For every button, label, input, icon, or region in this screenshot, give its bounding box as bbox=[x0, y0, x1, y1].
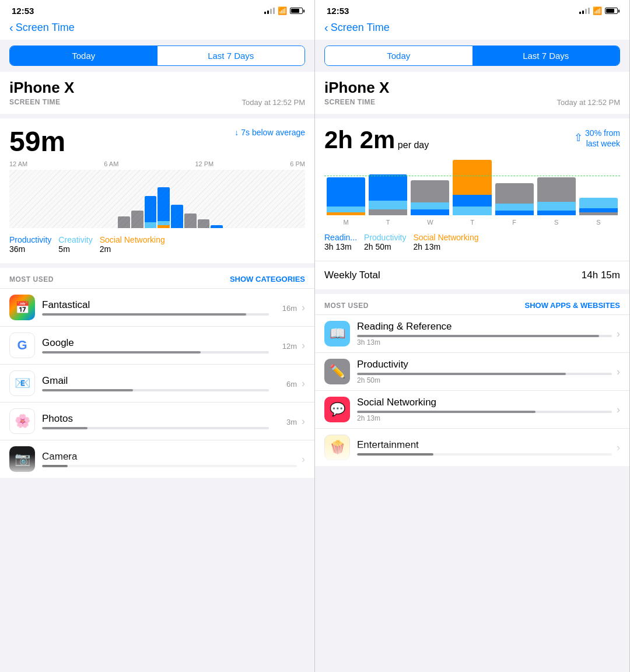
device-section-right: iPhone X SCREEN TIME Today at 12:52 PM bbox=[315, 72, 629, 114]
app-item-gmail[interactable]: 📧 Gmail 6m › bbox=[0, 364, 314, 402]
cat-creativity-left: Creativity 5m bbox=[58, 235, 92, 254]
productivity-icon: ✏️ bbox=[324, 359, 350, 384]
wifi-icon: 📶 bbox=[278, 6, 287, 15]
screen-time-label-left: SCREEN TIME bbox=[9, 98, 61, 107]
back-chevron-icon-right: ‹ bbox=[324, 22, 328, 33]
productivity-bar-container bbox=[357, 373, 612, 375]
nav-bar-left: ‹ Screen Time bbox=[0, 19, 314, 40]
cat-item-productivity[interactable]: ✏️ Productivity 2h 50m › bbox=[315, 352, 629, 390]
app-item-fantastical[interactable]: 📅 Fantastical 16m › bbox=[0, 288, 314, 326]
productivity-chevron-icon: › bbox=[617, 366, 620, 378]
status-time-left: 12:53 bbox=[12, 6, 34, 16]
reading-time: 3h 13m bbox=[357, 338, 612, 346]
weekly-total-value: 14h 15m bbox=[582, 270, 620, 281]
fantastical-name: Fantastical bbox=[42, 299, 269, 311]
most-used-section-right: MOST USED SHOW APPS & WEBSITES 📖 Reading… bbox=[315, 294, 629, 466]
google-info: Google bbox=[42, 337, 269, 354]
photos-bar bbox=[42, 427, 88, 429]
bar-tuesday bbox=[369, 174, 407, 215]
social-chevron-icon: › bbox=[617, 404, 620, 416]
cat-item-reading[interactable]: 📖 Reading & Reference 3h 13m › bbox=[315, 314, 629, 352]
weekly-total-label: Weekly Total bbox=[324, 270, 380, 281]
cat-productivity-left: Productivity 36m bbox=[9, 235, 51, 254]
entertainment-bar bbox=[357, 453, 433, 456]
usage-header-left: 59m ↓ 7s below average bbox=[9, 128, 305, 156]
productivity-bar bbox=[357, 373, 566, 375]
google-time: 12m bbox=[274, 342, 297, 351]
gmail-info: Gmail bbox=[42, 375, 269, 391]
category-legend-left: Productivity 36m Creativity 5m Social Ne… bbox=[9, 235, 305, 254]
screen-time-label-right: SCREEN TIME bbox=[324, 98, 376, 107]
entertainment-info: Entertainment bbox=[357, 439, 612, 456]
camera-icon: 📷 bbox=[9, 446, 35, 472]
entertainment-icon: 🍿 bbox=[324, 435, 350, 460]
bar-thursday bbox=[453, 160, 491, 215]
app-item-google[interactable]: G Google 12m › bbox=[0, 326, 314, 364]
app-item-photos[interactable]: 🌸 Photos 3m › bbox=[0, 402, 314, 440]
gmail-name: Gmail bbox=[42, 375, 269, 387]
show-apps-button[interactable]: SHOW APPS & WEBSITES bbox=[525, 301, 620, 310]
device-name-left: iPhone X bbox=[9, 79, 305, 97]
cat-item-social[interactable]: 💬 Social Networking 2h 13m › bbox=[315, 390, 629, 428]
fantastical-bar bbox=[42, 313, 246, 316]
gmail-icon: 📧 bbox=[9, 370, 35, 396]
back-button-right[interactable]: ‹ Screen Time bbox=[324, 22, 390, 34]
battery-icon bbox=[290, 8, 303, 14]
usage-section-right: 2h 2m per day ⇧ 30% fromlast week bbox=[315, 118, 629, 261]
device-section-left: iPhone X SCREEN TIME Today at 12:52 PM bbox=[0, 72, 314, 114]
reading-icon: 📖 bbox=[324, 321, 350, 346]
tab-today-left[interactable]: Today bbox=[10, 46, 158, 65]
back-button-left[interactable]: ‹ Screen Time bbox=[9, 22, 75, 34]
google-bar bbox=[42, 351, 201, 354]
usage-time-group-right: 2h 2m per day bbox=[324, 128, 429, 152]
signal-icon bbox=[264, 8, 275, 14]
avg-arrow-icon-right: ⇧ bbox=[574, 131, 583, 145]
today-chart-container: 12 AM 6 AM 12 PM 6 PM bbox=[9, 160, 305, 228]
social-icon: 💬 bbox=[324, 397, 350, 422]
google-icon: G bbox=[9, 332, 35, 358]
google-chevron-icon: › bbox=[302, 340, 305, 352]
back-label-right: Screen Time bbox=[331, 22, 390, 34]
usage-time-right: 2h 2m bbox=[324, 126, 395, 153]
fantastical-bar-container bbox=[42, 313, 269, 316]
wifi-icon-right: 📶 bbox=[593, 6, 602, 15]
right-phone-panel: 12:53 📶 ‹ Screen Time Today Last 7 Days … bbox=[315, 0, 630, 672]
cat-item-entertainment[interactable]: 🍿 Entertainment › bbox=[315, 428, 629, 466]
photos-time: 3m bbox=[274, 418, 297, 426]
most-used-title-right: MOST USED bbox=[324, 302, 369, 310]
productivity-time: 2h 50m bbox=[357, 376, 612, 384]
show-categories-button[interactable]: SHOW CATEGORIES bbox=[230, 275, 305, 284]
hatch-pattern bbox=[9, 170, 305, 228]
chart-x-labels-left: 12 AM 6 AM 12 PM 6 PM bbox=[9, 160, 305, 167]
bar-sunday bbox=[579, 198, 618, 215]
bar-saturday bbox=[537, 177, 576, 215]
most-used-section-left: MOST USED SHOW CATEGORIES 📅 Fantastical … bbox=[0, 268, 314, 478]
productivity-info: Productivity 2h 50m bbox=[357, 359, 612, 384]
status-icons-right: 📶 bbox=[579, 6, 618, 15]
device-meta-left: SCREEN TIME Today at 12:52 PM bbox=[9, 98, 305, 107]
avg-text-right: 30% fromlast week bbox=[585, 128, 620, 149]
reading-bar bbox=[357, 335, 599, 337]
app-item-camera[interactable]: 📷 Camera › bbox=[0, 440, 314, 478]
device-timestamp-left: Today at 12:52 PM bbox=[242, 98, 305, 107]
tab-today-right[interactable]: Today bbox=[325, 46, 473, 65]
cat-reading-right: Readin... 3h 13m bbox=[324, 233, 357, 251]
status-icons-left: 📶 bbox=[264, 6, 303, 15]
usage-section-left: 59m ↓ 7s below average 12 AM 6 AM 12 PM … bbox=[0, 118, 314, 263]
cat-productivity-right: Productivity 2h 50m bbox=[364, 233, 406, 251]
weekly-chart-container: M T W T F S S bbox=[324, 157, 620, 226]
social-bar-container bbox=[357, 411, 612, 413]
tab-last7-right[interactable]: Last 7 Days bbox=[473, 46, 620, 65]
photos-info: Photos bbox=[42, 413, 269, 429]
reading-bar-container bbox=[357, 335, 612, 337]
gmail-bar bbox=[42, 389, 133, 391]
most-used-header-left: MOST USED SHOW CATEGORIES bbox=[0, 268, 314, 288]
status-bar-left: 12:53 📶 bbox=[0, 0, 314, 19]
per-day-label: per day bbox=[398, 140, 429, 150]
weekly-chart bbox=[324, 157, 620, 215]
tab-switcher-right: Today Last 7 Days bbox=[324, 46, 620, 66]
usage-avg-left: ↓ 7s below average bbox=[235, 128, 305, 137]
cat-social-right: Social Networking 2h 13m bbox=[413, 233, 478, 251]
tab-last7-left[interactable]: Last 7 Days bbox=[158, 46, 305, 65]
bar-friday bbox=[495, 183, 534, 215]
